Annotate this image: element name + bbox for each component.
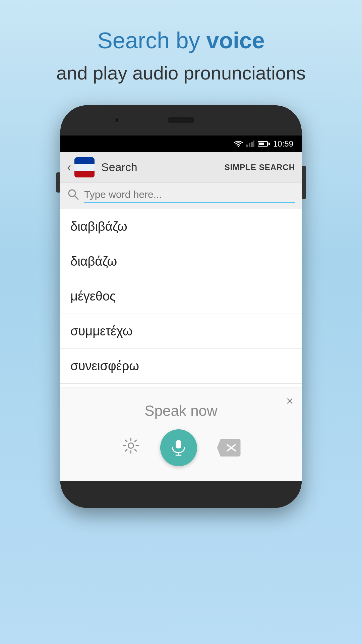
svg-point-0 xyxy=(238,146,239,147)
search-icon xyxy=(67,188,79,203)
phone-bottom xyxy=(60,481,302,508)
word-text: διαβιβάζω xyxy=(70,219,127,233)
close-button[interactable]: × xyxy=(286,394,293,408)
camera xyxy=(114,117,120,123)
header-subtitle: and play audio pronunciations xyxy=(56,61,306,86)
svg-rect-3 xyxy=(251,142,253,147)
word-list: διαβιβάζω διαβάζω μέγεθος συμμετέχω συνε… xyxy=(60,209,302,387)
header-title-normal: Search by xyxy=(98,28,206,53)
svg-point-7 xyxy=(128,443,133,448)
list-item[interactable]: συνεισφέρω xyxy=(60,349,302,384)
battery-tip xyxy=(268,143,270,145)
signal-icon xyxy=(246,141,254,147)
search-bar xyxy=(60,182,302,209)
status-icons: 10:59 xyxy=(234,139,293,149)
word-text: διαβάζω xyxy=(70,254,117,268)
list-item[interactable]: διαβιβάζω xyxy=(60,209,302,244)
speaker xyxy=(168,117,194,123)
speak-now-text: Speak now xyxy=(144,402,218,419)
delete-button[interactable] xyxy=(217,439,241,457)
toolbar-title: Search xyxy=(101,161,225,174)
svg-rect-8 xyxy=(176,440,181,448)
simple-search-button[interactable]: SIMPLE SEARCH xyxy=(225,163,295,172)
app-toolbar: ‹ Search SIMPLE SEARCH xyxy=(60,152,302,182)
phone-top xyxy=(60,105,302,136)
battery-body xyxy=(258,141,268,147)
list-item[interactable]: σ/Μ... xyxy=(60,384,302,387)
status-time: 10:59 xyxy=(273,139,293,149)
settings-button[interactable] xyxy=(122,436,140,459)
svg-rect-1 xyxy=(246,145,248,147)
battery-fill xyxy=(259,143,264,145)
svg-marker-11 xyxy=(218,439,240,456)
page-header: Search by voice and play audio pronuncia… xyxy=(29,27,333,85)
app-icon xyxy=(74,157,95,177)
header-title: Search by voice xyxy=(56,27,306,54)
list-item[interactable]: διαβάζω xyxy=(60,244,302,279)
header-title-bold: voice xyxy=(206,28,265,53)
list-item[interactable]: συμμετέχω xyxy=(60,314,302,349)
app-icon-flag xyxy=(74,157,95,177)
phone-side-button-right xyxy=(302,166,306,199)
list-item[interactable]: μέγεθος xyxy=(60,279,302,314)
voice-controls xyxy=(122,429,241,466)
phone-frame: 10:59 ‹ Search SIMPLE SEARCH xyxy=(60,105,302,508)
svg-rect-4 xyxy=(253,141,254,147)
svg-line-6 xyxy=(75,196,78,199)
wifi-icon xyxy=(234,141,243,147)
battery-icon xyxy=(258,141,270,147)
phone-side-button-left xyxy=(56,172,60,193)
search-input[interactable] xyxy=(84,189,295,203)
app-screen: ‹ Search SIMPLE SEARCH διαβιβάζω δι xyxy=(60,152,302,481)
status-bar: 10:59 xyxy=(60,136,302,152)
voice-overlay: × Speak now xyxy=(60,387,302,481)
word-text: συμμετέχω xyxy=(70,324,133,338)
mic-icon xyxy=(169,438,188,457)
back-button[interactable]: ‹ xyxy=(67,160,71,174)
backspace-icon xyxy=(218,439,240,456)
word-text: μέγεθος xyxy=(70,289,116,303)
word-text: συνεισφέρω xyxy=(70,359,139,373)
svg-rect-2 xyxy=(249,143,250,147)
microphone-button[interactable] xyxy=(160,429,197,466)
